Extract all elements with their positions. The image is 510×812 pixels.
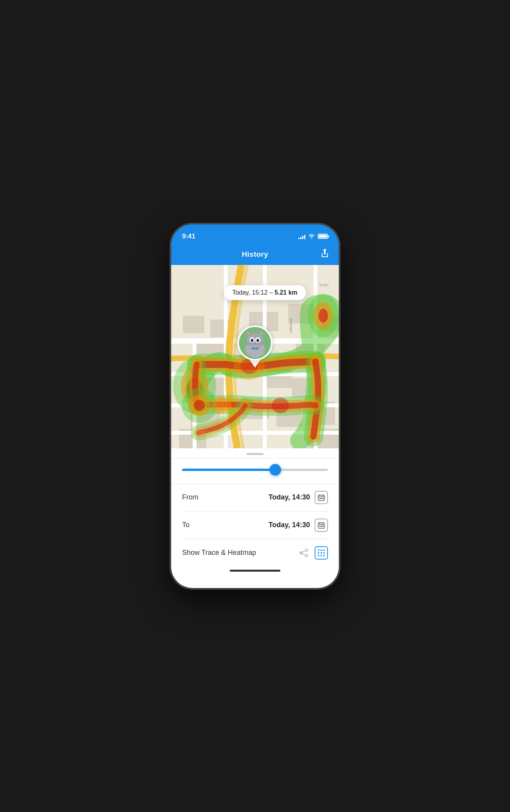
svg-text:Kram: Kram [319,283,329,287]
phone-screen: 9:41 History [171,224,339,588]
tooltip-separator: – [267,289,274,296]
svg-point-45 [272,398,289,413]
svg-point-81 [305,549,308,551]
share-button[interactable] [319,246,331,263]
svg-point-89 [323,552,325,554]
svg-point-44 [212,397,232,414]
svg-rect-77 [319,526,321,527]
svg-rect-65 [254,347,256,348]
from-label: From [182,493,198,501]
svg-point-41 [194,400,205,411]
tooltip-time: Today, 15:12 [232,289,267,296]
to-right: Today, 14:30 [269,519,328,532]
svg-point-87 [318,552,319,554]
svg-rect-14 [183,316,204,333]
signal-icon [298,234,305,239]
status-icons [298,233,328,240]
svg-point-82 [305,554,308,557]
to-label: To [182,521,189,529]
trace-heatmap-row: Show Trace & Heatmap [182,539,328,567]
svg-rect-70 [319,498,321,499]
svg-point-86 [323,549,325,551]
to-value: Today, 14:30 [269,521,310,529]
slider-container [171,458,339,483]
wifi-icon [308,233,315,240]
heatmap-icon-button[interactable] [315,546,328,560]
status-bar: 9:41 [171,224,339,244]
from-right: Today, 14:30 [269,491,328,504]
svg-text:Leibnizstr.: Leibnizstr. [289,317,293,333]
drag-handle [246,453,264,455]
trace-heatmap-right [298,546,328,560]
home-indicator [171,567,339,578]
svg-point-58 [257,339,259,341]
svg-point-92 [323,555,325,556]
svg-point-84 [318,549,319,551]
to-calendar-button[interactable] [315,519,328,532]
slider-fill [182,469,275,471]
from-calendar-button[interactable] [315,491,328,504]
from-row: From Today, 14:30 [182,484,328,512]
to-row: To Today, 14:30 [182,512,328,539]
battery-icon [318,234,328,239]
map-tooltip: Today, 15:12 – 5.21 km [224,285,306,300]
svg-rect-72 [322,498,324,499]
time-display: 9:41 [182,233,195,240]
svg-point-48 [246,333,264,349]
drag-handle-area[interactable] [171,448,339,458]
slider-track[interactable] [182,469,328,471]
trace-heatmap-label: Show Trace & Heatmap [182,549,256,557]
svg-point-83 [301,552,302,553]
pin-tail [250,360,260,368]
svg-rect-79 [322,526,324,527]
svg-rect-71 [321,498,322,499]
svg-point-85 [321,549,322,551]
cat-avatar-container [237,325,273,361]
svg-point-91 [321,555,322,556]
svg-rect-78 [321,526,322,527]
nav-bar: History [171,244,339,265]
settings-area: From Today, 14:30 [171,484,339,567]
from-value: Today, 14:30 [269,493,310,501]
tooltip-distance: 5.21 km [274,289,298,296]
trace-icon-button[interactable] [298,547,310,559]
svg-point-57 [251,339,253,341]
cat-pin [237,325,273,368]
svg-point-88 [321,552,322,554]
svg-point-38 [319,309,328,323]
svg-point-90 [318,555,319,556]
phone-frame: 9:41 History [171,224,339,588]
map-area: Leibnizstr. Kram Straße S B [171,265,339,448]
cat-avatar-svg [239,327,271,359]
slider-thumb[interactable] [269,464,281,476]
page-title: History [242,250,268,259]
